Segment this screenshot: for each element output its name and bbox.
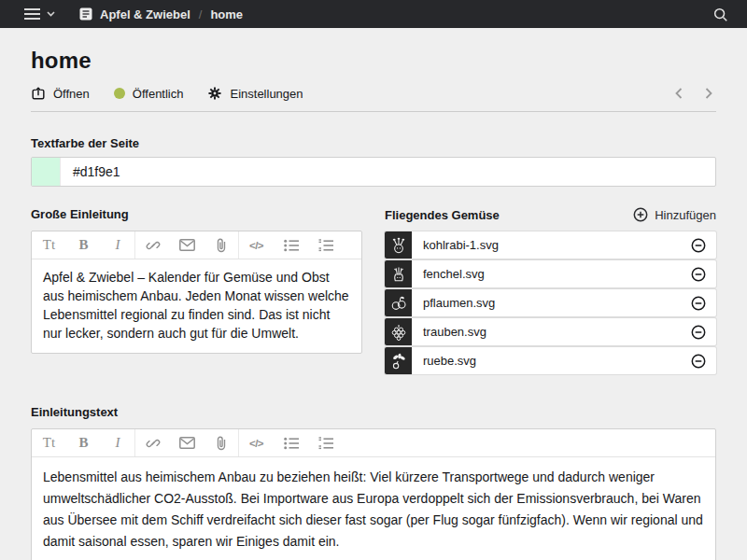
filename: pflaumen.svg — [412, 296, 681, 310]
open-button[interactable]: Öffnen — [31, 86, 90, 101]
intro-text-textarea[interactable]: Lebensmittel aus heimischem Anbau zu bez… — [32, 457, 715, 560]
chevron-down-icon — [47, 11, 55, 17]
add-button[interactable]: Hinzufügen — [633, 207, 716, 222]
email-button[interactable] — [170, 429, 204, 456]
next-button[interactable] — [701, 84, 716, 103]
file-row-kohlrabi[interactable]: kohlrabi-1.svg — [385, 231, 716, 259]
open-icon — [31, 86, 46, 101]
link-icon — [146, 436, 161, 451]
color-field-section: Textfarbe der Seite #d1f9e1 — [31, 136, 716, 187]
filename: kohlrabi-1.svg — [412, 238, 681, 252]
fenchel-icon — [385, 260, 412, 287]
italic-button[interactable]: I — [101, 231, 135, 259]
bold-icon: B — [78, 435, 88, 451]
intro-large-section: Große Einleitung Tt B I </> Apfel & Zwie… — [31, 207, 362, 354]
kohlrabi-icon — [385, 231, 412, 259]
file-row-pflaumen[interactable]: pflaumen.svg — [385, 289, 716, 316]
breadcrumb-page[interactable]: home — [210, 7, 243, 21]
code-icon: </> — [249, 240, 263, 251]
color-field-label: Textfarbe der Seite — [31, 136, 716, 150]
color-input[interactable]: #d1f9e1 — [31, 157, 716, 187]
italic-button[interactable]: I — [101, 429, 135, 456]
page-content: home Öffnen Öffentlich Einstellungen — [0, 48, 747, 560]
plus-circle-icon — [633, 207, 648, 222]
remove-button[interactable] — [681, 238, 716, 253]
remove-button[interactable] — [681, 325, 716, 340]
chevron-left-icon — [675, 88, 683, 99]
minus-circle-icon — [691, 238, 706, 253]
headline-button[interactable]: Tt — [32, 429, 66, 456]
open-button-label: Öffnen — [53, 87, 90, 101]
minus-circle-icon — [691, 354, 706, 369]
chevron-right-icon — [705, 88, 712, 99]
intro-text-paragraph-1: Lebensmittel aus heimischem Anbau zu bez… — [43, 467, 704, 553]
italic-icon: I — [116, 435, 120, 451]
file-row-fenchel[interactable]: fenchel.svg — [385, 260, 716, 287]
color-swatch[interactable] — [32, 158, 61, 186]
ordered-list-button[interactable] — [308, 231, 343, 259]
minus-circle-icon — [691, 267, 706, 282]
intro-large-editor: Tt B I </> Apfel & Zwiebel – Kalender fü… — [31, 231, 362, 354]
attachment-button[interactable] — [204, 429, 239, 456]
bold-button[interactable]: B — [66, 429, 101, 456]
search-icon — [712, 7, 728, 22]
link-button[interactable] — [135, 231, 170, 259]
breadcrumb: Apfel & Zwiebel / home — [79, 7, 243, 21]
filename: trauben.svg — [412, 325, 681, 339]
remove-button[interactable] — [681, 296, 716, 311]
ordered-list-icon — [318, 437, 333, 450]
paperclip-icon — [216, 436, 227, 451]
attachment-button[interactable] — [204, 231, 239, 259]
status-button[interactable]: Öffentlich — [114, 87, 184, 101]
bold-button[interactable]: B — [66, 231, 101, 259]
ordered-list-button[interactable] — [308, 429, 343, 456]
headline-icon: Tt — [43, 237, 55, 253]
ruebe-icon — [385, 347, 412, 374]
intro-large-textarea[interactable]: Apfel & Zwiebel – Kalender für Gemüse un… — [32, 259, 361, 353]
code-button[interactable]: </> — [239, 231, 274, 259]
bullet-list-icon — [284, 239, 299, 252]
page-icon — [79, 7, 92, 21]
remove-button[interactable] — [681, 354, 716, 369]
breadcrumb-site-label: Apfel & Zwiebel — [100, 7, 190, 21]
link-button[interactable] — [135, 429, 170, 456]
menu-button[interactable] — [21, 4, 59, 24]
intro-text-section: Einleitungstext Tt B I </> Lebensmittel … — [31, 405, 716, 560]
editor-toolbar: Tt B I </> — [32, 429, 715, 457]
headline-button[interactable]: Tt — [32, 231, 66, 259]
filename: ruebe.svg — [412, 354, 681, 368]
code-button[interactable]: </> — [239, 429, 274, 456]
vegetables-label: Fliegendes Gemüse — [385, 208, 500, 222]
pagination — [671, 84, 716, 103]
status-dot-icon — [114, 88, 125, 99]
bullet-list-button[interactable] — [274, 429, 308, 456]
link-icon — [146, 238, 161, 253]
bullet-list-button[interactable] — [274, 231, 308, 259]
remove-button[interactable] — [681, 267, 716, 282]
ordered-list-icon — [318, 239, 333, 252]
breadcrumb-site[interactable]: Apfel & Zwiebel — [79, 7, 190, 21]
minus-circle-icon — [691, 296, 706, 311]
paperclip-icon — [216, 238, 227, 253]
pflaumen-icon — [385, 289, 412, 316]
add-button-label: Hinzufügen — [655, 208, 716, 222]
trauben-icon — [385, 318, 412, 345]
page-title: home — [31, 48, 716, 74]
search-button[interactable] — [703, 1, 738, 28]
status-button-label: Öffentlich — [133, 87, 184, 101]
vegetables-section: Fliegendes Gemüse Hinzufügen kohlrabi-1.… — [385, 207, 716, 376]
vegetables-file-list: kohlrabi-1.svg fenchel.svg pflaumen.svg — [385, 231, 716, 374]
minus-circle-icon — [691, 325, 706, 340]
settings-button[interactable]: Einstellungen — [207, 86, 303, 101]
editor-toolbar: Tt B I </> — [32, 231, 361, 259]
email-icon — [179, 437, 195, 449]
bold-icon: B — [78, 237, 88, 253]
file-row-ruebe[interactable]: ruebe.svg — [385, 347, 716, 374]
prev-button[interactable] — [671, 84, 686, 103]
file-row-trauben[interactable]: trauben.svg — [385, 318, 716, 345]
email-button[interactable] — [170, 231, 204, 259]
italic-icon: I — [116, 237, 120, 253]
settings-button-label: Einstellungen — [230, 87, 303, 101]
breadcrumb-separator: / — [199, 7, 203, 21]
code-icon: </> — [249, 438, 263, 449]
